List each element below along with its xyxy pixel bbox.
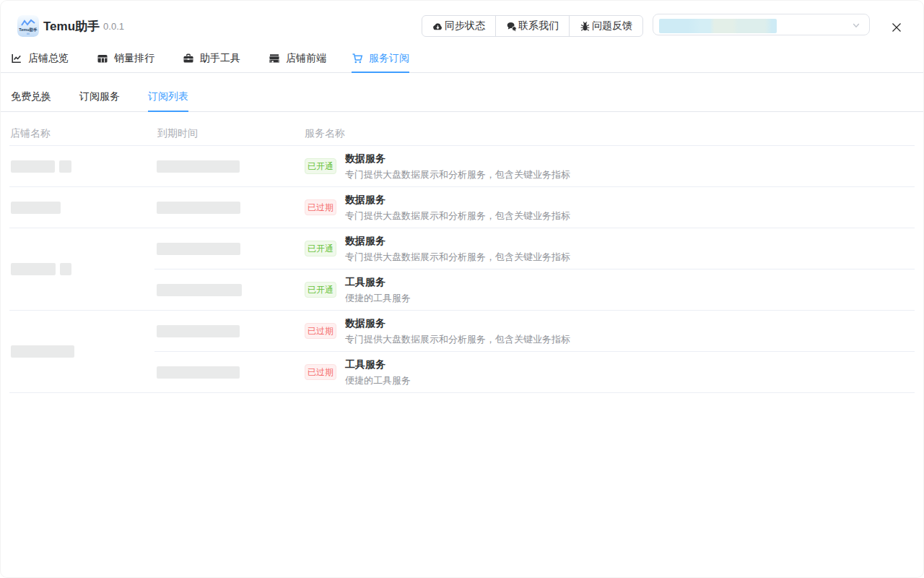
- expire-time-cell: [154, 352, 305, 392]
- store-name-redacted: [11, 263, 56, 275]
- cloud-sync-icon: [432, 21, 443, 32]
- expire-time-cell: [154, 146, 305, 186]
- expire-time-redacted: [157, 366, 240, 379]
- tab-sales-ranking-label: 销量排行: [114, 52, 154, 65]
- service-cell: 已开通 数据服务 专门提供大盘数据展示和分析服务，包含关键业务指标: [305, 146, 915, 186]
- temu-assistant-dialog: Temu助手 Temu助手 0.0.1 同步状态 联系我们 问题反馈: [0, 0, 924, 578]
- service-desc: 专门提供大盘数据展示和分析服务，包含关键业务指标: [345, 167, 570, 183]
- table-header: 店铺名称 到期时间 服务名称: [9, 112, 915, 146]
- tab-store-overview-label: 店铺总览: [28, 52, 69, 65]
- table-row-group: 已过期 数据服务 专门提供大盘数据展示和分析服务，包含关键业务指标: [9, 187, 915, 228]
- table-row: 已开通 数据服务 专门提供大盘数据展示和分析服务，包含关键业务指标: [154, 146, 915, 186]
- app-title: Temu助手: [43, 18, 100, 35]
- expire-time-cell: [154, 269, 305, 310]
- subtab-free-exchange[interactable]: 免费兑换: [11, 90, 51, 111]
- header-actions: 同步状态 联系我们 问题反馈: [422, 15, 643, 37]
- store-select-value-redacted: [659, 19, 777, 33]
- table-row: 已开通 工具服务 便捷的工具服务: [154, 269, 915, 310]
- service-name: 工具服务: [345, 355, 411, 373]
- status-badge: 已开通: [305, 241, 336, 256]
- tab-assistant-tools[interactable]: 助手工具: [183, 45, 240, 72]
- sync-status-button[interactable]: 同步状态: [422, 16, 495, 36]
- status-badge: 已开通: [305, 282, 336, 298]
- col-expire-time: 到期时间: [154, 127, 305, 140]
- service-cell: 已过期 数据服务 专门提供大盘数据展示和分析服务，包含关键业务指标: [305, 187, 915, 228]
- contact-icon: [506, 21, 517, 32]
- col-store-name: 店铺名称: [9, 127, 154, 140]
- service-name: 数据服务: [345, 314, 570, 332]
- feedback-label: 问题反馈: [592, 20, 632, 33]
- contact-us-label: 联系我们: [518, 20, 559, 33]
- store-name-cell: [9, 228, 154, 310]
- status-badge: 已过期: [305, 323, 336, 339]
- table-row-group: 已开通 数据服务 专门提供大盘数据展示和分析服务，包含关键业务指标: [9, 146, 915, 187]
- col-service-name: 服务名称: [305, 127, 915, 140]
- status-badge: 已开通: [305, 158, 336, 174]
- store-name-redacted: [60, 263, 71, 275]
- contact-us-button[interactable]: 联系我们: [495, 16, 569, 36]
- store-name-cell: [9, 187, 154, 228]
- expire-time-cell: [154, 228, 305, 269]
- expire-time-redacted: [157, 325, 240, 337]
- service-name: 数据服务: [345, 191, 570, 208]
- header: Temu助手 Temu助手 0.0.1 同步状态 联系我们 问题反馈: [1, 1, 923, 45]
- sub-tabs: 免费兑换 订阅服务 订阅列表: [1, 73, 923, 112]
- service-desc: 专门提供大盘数据展示和分析服务，包含关键业务指标: [345, 208, 570, 224]
- expire-time-redacted: [157, 284, 242, 296]
- table-row: 已过期 数据服务 专门提供大盘数据展示和分析服务，包含关键业务指标: [154, 187, 915, 228]
- sales-rank-icon: [97, 53, 108, 64]
- tab-store-frontend[interactable]: 店铺前端: [269, 45, 326, 72]
- subtab-subscribe-service[interactable]: 订阅服务: [79, 90, 120, 111]
- service-desc: 专门提供大盘数据展示和分析服务，包含关键业务指标: [345, 332, 570, 348]
- expire-time-redacted: [157, 243, 240, 255]
- sync-status-label: 同步状态: [445, 20, 485, 33]
- store-name-cell: [9, 146, 154, 186]
- service-cell: 已过期 数据服务 专门提供大盘数据展示和分析服务，包含关键业务指标: [305, 311, 915, 351]
- service-cell: 已开通 工具服务 便捷的工具服务: [305, 269, 915, 310]
- store-select[interactable]: [653, 14, 870, 35]
- app-logo: Temu助手: [17, 15, 39, 37]
- cart-icon: [352, 53, 363, 64]
- chevron-down-icon: [851, 20, 861, 30]
- table-row: 已过期 数据服务 专门提供大盘数据展示和分析服务，包含关键业务指标: [154, 311, 915, 351]
- expire-time-cell: [154, 311, 305, 351]
- service-desc: 便捷的工具服务: [345, 373, 411, 389]
- storefront-icon: [269, 53, 280, 64]
- tab-sales-ranking[interactable]: 销量排行: [97, 45, 154, 72]
- status-badge: 已过期: [305, 199, 336, 215]
- tab-store-overview[interactable]: 店铺总览: [11, 45, 69, 72]
- table-row: 已开通 数据服务 专门提供大盘数据展示和分析服务，包含关键业务指标: [154, 228, 915, 269]
- tab-assistant-tools-label: 助手工具: [200, 52, 240, 65]
- table-row-group: 已开通 数据服务 专门提供大盘数据展示和分析服务，包含关键业务指标 已开通 工具…: [9, 228, 915, 311]
- toolbox-icon: [183, 53, 194, 64]
- subtab-subscription-list[interactable]: 订阅列表: [148, 90, 188, 111]
- main-tabs: 店铺总览 销量排行 助手工具 店铺前端 服务订阅: [1, 45, 923, 73]
- bug-icon: [580, 21, 590, 32]
- expire-time-redacted: [157, 160, 240, 173]
- service-cell: 已开通 数据服务 专门提供大盘数据展示和分析服务，包含关键业务指标: [305, 228, 915, 269]
- close-icon[interactable]: [891, 22, 902, 33]
- tab-store-frontend-label: 店铺前端: [286, 52, 326, 65]
- store-name-redacted: [59, 160, 71, 173]
- store-name-redacted: [11, 345, 74, 358]
- feedback-button[interactable]: 问题反馈: [569, 16, 642, 36]
- service-name: 工具服务: [345, 273, 411, 290]
- subscription-table: 店铺名称 到期时间 服务名称 已开通 数据服务 专门提供大盘数据展示和分析服务，…: [9, 112, 915, 393]
- store-name-cell: [9, 311, 154, 392]
- service-desc: 便捷的工具服务: [345, 290, 411, 306]
- tab-service-subscription[interactable]: 服务订阅: [352, 45, 409, 72]
- svg-text:Temu助手: Temu助手: [19, 27, 38, 33]
- app-version: 0.0.1: [103, 21, 124, 32]
- tab-service-subscription-label: 服务订阅: [369, 52, 409, 65]
- service-name: 数据服务: [345, 232, 570, 249]
- service-name: 数据服务: [345, 150, 570, 167]
- status-badge: 已过期: [305, 364, 336, 380]
- service-cell: 已过期 工具服务 便捷的工具服务: [305, 352, 915, 392]
- store-name-redacted: [11, 160, 55, 173]
- line-chart-icon: [11, 53, 22, 64]
- store-name-redacted: [11, 202, 61, 214]
- table-row-group: 已过期 数据服务 专门提供大盘数据展示和分析服务，包含关键业务指标 已过期 工具…: [9, 311, 915, 393]
- service-desc: 专门提供大盘数据展示和分析服务，包含关键业务指标: [345, 249, 570, 265]
- expire-time-redacted: [157, 202, 240, 214]
- expire-time-cell: [154, 187, 305, 228]
